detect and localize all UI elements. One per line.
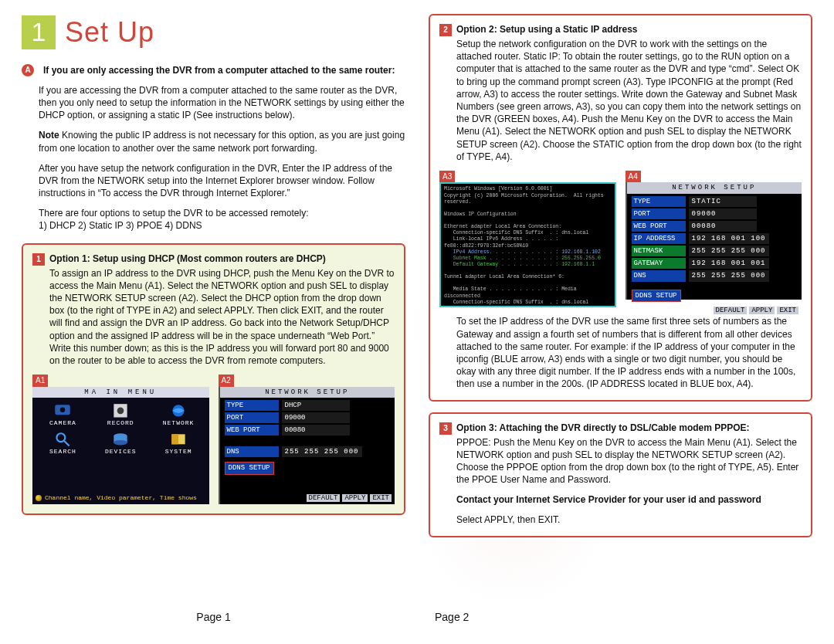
menu-label: RECORD	[107, 419, 134, 428]
document-spread: 1 Set Up A If you are only accessing the…	[0, 0, 834, 644]
ns-value: 09000	[282, 412, 350, 423]
screenshot-a1: A1 MA IN MENU CAMERARECORDNETWORKSEARCHD…	[32, 375, 209, 504]
option-3-title: Option 3: Attaching the DVR directly to …	[456, 422, 750, 434]
section-a-marker: A	[22, 64, 34, 76]
a4-tag: A4	[626, 171, 641, 183]
section-a-title: If you are only accessing the DVR from a…	[43, 64, 395, 76]
page-2: 2 Option 2: Setup using a Static IP addr…	[429, 14, 812, 625]
ns-label: NETMASK	[632, 246, 686, 256]
ns-button: DEFAULT	[307, 494, 341, 502]
main-menu-footer: Channel name, Video parameter, Time show…	[32, 493, 209, 504]
screenshot-a4: A4 NETWORK SETUP TYPESTATICPORT09000WEB …	[626, 171, 802, 308]
network-setup-title: NETWORK SETUP	[220, 387, 395, 398]
ns-button: APPLY	[749, 307, 775, 314]
option-3-marker: 3	[439, 422, 452, 435]
option-1-title: Option 1: Setup using DHCP (Most common …	[49, 253, 326, 265]
dns-label: DNS	[225, 446, 279, 457]
section-a-paragraph-3: There are four options to setup the DVR …	[39, 207, 405, 232]
option-1-marker: 1	[32, 253, 45, 266]
menu-icon	[168, 431, 188, 446]
chapter-title: Set Up	[65, 14, 154, 52]
ns-value: 255 255 255 000	[689, 246, 769, 256]
option-3-card: 3 Option 3: Attaching the DVR directly t…	[429, 412, 812, 537]
ns-button: EXIT	[370, 494, 392, 502]
svg-point-3	[117, 407, 124, 414]
ns-label: TYPE	[225, 400, 279, 411]
option-1-body: To assign an IP address to the DVR using…	[49, 267, 395, 368]
ns-value: 192 168 001 001	[689, 258, 769, 269]
a2-tag: A2	[219, 375, 234, 387]
cmd-window-mock: Microsoft Windows [Version 6.0.6001] Cop…	[439, 182, 616, 307]
svg-point-1	[60, 407, 65, 412]
menu-icon	[110, 431, 131, 446]
ns-label: TYPE	[632, 196, 686, 207]
page-2-footer: Page 2	[429, 604, 812, 625]
section-a-paragraph-1: If you are accessing the DVR from a comp…	[39, 84, 405, 122]
ns-value: 09000	[689, 208, 757, 219]
ns-value: 00080	[689, 221, 757, 232]
ddns-setup-button: DDNS SETUP	[225, 462, 274, 474]
ns-label: WEB PORT	[632, 221, 686, 232]
option-3-contact: Contact your Internet Service Provider f…	[456, 493, 802, 506]
main-menu-title: MA IN MENU	[32, 387, 209, 398]
main-menu-item: SYSTEM	[151, 431, 206, 456]
chapter-number-box: 1	[22, 15, 56, 49]
main-menu-item: NETWORK	[151, 402, 206, 428]
menu-icon	[53, 402, 73, 418]
ns-button: EXIT	[777, 307, 798, 314]
option-2-card: 2 Option 2: Setup using a Static IP addr…	[429, 14, 812, 402]
option-2-marker: 2	[439, 24, 452, 36]
option-2-screenshots: A3 Microsoft Windows [Version 6.0.6001] …	[439, 171, 802, 308]
main-menu-item: CAMERA	[36, 402, 90, 428]
option-2-body: Setup the network configuration on the D…	[456, 38, 802, 163]
option-2-title: Option 2: Setup using a Static IP addres…	[456, 23, 638, 36]
network-setup-a4-title: NETWORK SETUP	[627, 182, 802, 193]
screenshot-a3: A3 Microsoft Windows [Version 6.0.6001] …	[439, 171, 616, 308]
ns-value: 255 255 255 000	[689, 270, 769, 281]
svg-line-6	[65, 441, 70, 446]
chapter-header: 1 Set Up	[22, 14, 405, 52]
svg-rect-11	[171, 434, 178, 444]
a1-tag: A1	[32, 375, 48, 387]
main-menu-item: DEVICES	[93, 431, 148, 456]
main-menu-mock: MA IN MENU CAMERARECORDNETWORKSEARCHDEVI…	[32, 387, 209, 504]
option-2-body-2: To set the IP address of the DVR use the…	[456, 315, 802, 390]
option-1-screenshots: A1 MA IN MENU CAMERARECORDNETWORKSEARCHD…	[32, 375, 395, 504]
section-a-paragraph-2: After you have setup the network configu…	[39, 162, 405, 200]
section-a-heading: A If you are only accessing the DVR from…	[22, 64, 405, 76]
network-setup-a2: NETWORK SETUP TYPEDHCPPORT09000WEB PORT0…	[219, 387, 395, 504]
ns-value: 192 168 001 100	[689, 233, 769, 244]
network-setup-a4: NETWORK SETUP TYPESTATICPORT09000WEB POR…	[626, 182, 802, 300]
note-text: Knowing the public IP address is not nec…	[39, 130, 405, 153]
ns-label: WEB PORT	[225, 425, 279, 436]
main-menu-item: RECORD	[93, 402, 148, 428]
ns-value: DHCP	[282, 400, 350, 411]
option-3-body: PPPOE: Push the Menu Key on the DVR to a…	[456, 436, 802, 486]
ns-button: APPLY	[342, 494, 368, 502]
ns-label: IP ADDRESS	[632, 233, 686, 244]
dns-value: 255 255 255 000	[282, 446, 362, 457]
ns-value: STATIC	[689, 196, 757, 207]
page-1-footer: Page 1	[22, 604, 405, 625]
note-label: Note	[39, 130, 59, 141]
ns-label: PORT	[632, 208, 686, 219]
ns-label: GATEWAY	[632, 258, 686, 269]
ns-label: PORT	[225, 412, 279, 423]
menu-label: NETWORK	[163, 419, 195, 428]
page-1: 1 Set Up A If you are only accessing the…	[22, 14, 405, 625]
menu-icon	[168, 402, 188, 418]
menu-label: SYSTEM	[165, 448, 192, 456]
menu-icon	[53, 431, 73, 446]
menu-icon	[110, 402, 131, 418]
menu-label: SEARCH	[49, 448, 76, 456]
svg-point-9	[114, 440, 127, 445]
menu-label: CAMERA	[49, 419, 76, 428]
screenshot-a2: A2 NETWORK SETUP TYPEDHCPPORT09000WEB PO…	[219, 375, 395, 504]
section-a-note: Note Knowing the public IP address is no…	[39, 129, 405, 154]
ns-button: DEFAULT	[714, 307, 748, 314]
option-3-final: Select APPLY, then EXIT.	[456, 514, 802, 526]
ddns-setup-button-a4: DDNS SETUP	[632, 290, 681, 302]
main-menu-item: SEARCH	[36, 431, 90, 456]
option-1-card: 1 Option 1: Setup using DHCP (Most commo…	[22, 243, 405, 515]
menu-label: DEVICES	[105, 448, 137, 456]
